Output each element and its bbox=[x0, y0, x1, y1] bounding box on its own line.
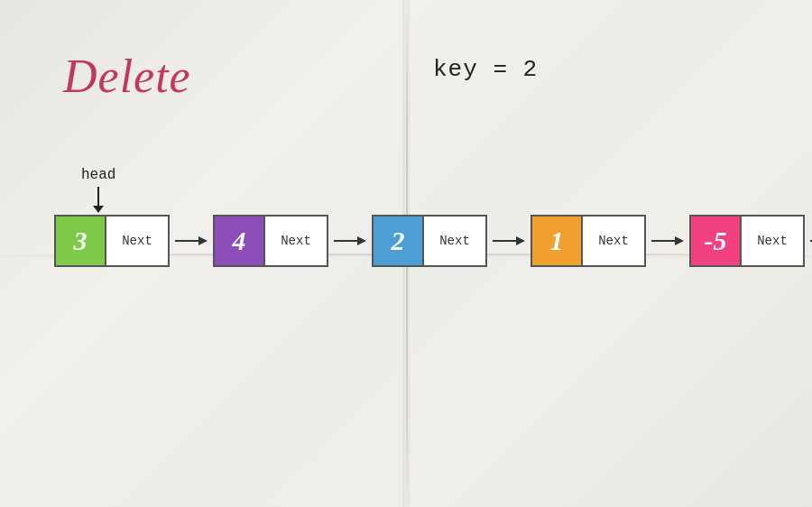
svg-marker-5 bbox=[516, 236, 525, 245]
svg-marker-3 bbox=[357, 236, 366, 245]
head-label: head bbox=[81, 167, 115, 183]
arrow-1 bbox=[170, 232, 213, 250]
arrow-5 bbox=[805, 232, 812, 250]
head-pointer: head bbox=[81, 167, 115, 207]
node-4-value: 4 bbox=[213, 215, 265, 267]
node-4: 4 Next bbox=[213, 215, 328, 267]
node-3: 3 Next bbox=[54, 215, 170, 267]
linked-list: 3 Next 4 Next 2 bbox=[54, 215, 812, 267]
title-delete: Delete bbox=[63, 50, 191, 103]
node-3-value: 3 bbox=[54, 215, 106, 267]
node-minus5-value: -5 bbox=[689, 215, 742, 267]
svg-marker-1 bbox=[198, 236, 208, 245]
node-minus5-next: Next bbox=[742, 215, 805, 267]
arrow-2 bbox=[328, 232, 372, 250]
head-arrow bbox=[97, 187, 99, 207]
node-minus5: -5 Next bbox=[689, 215, 805, 267]
node-4-next: Next bbox=[265, 215, 328, 267]
node-3-next: Next bbox=[106, 215, 170, 267]
node-2-value: 2 bbox=[372, 215, 424, 267]
node-2-next: Next bbox=[424, 215, 487, 267]
arrow-3 bbox=[487, 232, 531, 250]
node-1-next: Next bbox=[583, 215, 646, 267]
node-2: 2 Next bbox=[372, 215, 487, 267]
arrow-4 bbox=[646, 232, 689, 250]
node-1: 1 Next bbox=[531, 215, 646, 267]
node-1-value: 1 bbox=[531, 215, 583, 267]
key-label: key = 2 bbox=[433, 56, 538, 83]
content-area: Delete key = 2 head 3 Next 4 Next bbox=[0, 0, 812, 507]
svg-marker-7 bbox=[675, 236, 684, 245]
